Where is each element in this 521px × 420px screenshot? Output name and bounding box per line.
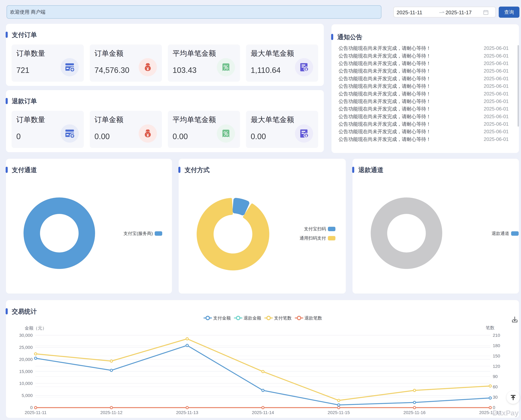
svg-text:2025-11-15: 2025-11-15 [327,410,350,415]
svg-text:金额（元）: 金额（元） [25,326,47,330]
svg-text:2025-11-12: 2025-11-12 [100,410,122,415]
svg-text:30,000: 30,000 [19,333,33,338]
svg-text:25,000: 25,000 [19,345,33,350]
svg-text:20,000: 20,000 [19,357,33,362]
svg-text:2025-11-11: 2025-11-11 [25,410,47,415]
svg-text:2025-11-14: 2025-11-14 [252,410,274,415]
svg-text:30: 30 [493,395,498,400]
svg-text:90: 90 [493,374,498,379]
svg-text:210: 210 [493,333,500,338]
svg-text:0: 0 [30,405,33,410]
svg-text:120: 120 [493,364,500,369]
svg-text:15,000: 15,000 [19,369,33,374]
svg-text:笔数: 笔数 [486,325,495,330]
svg-text:60: 60 [493,384,498,389]
svg-text:150: 150 [493,353,500,358]
svg-text:支付笔数: 支付笔数 [274,316,292,321]
svg-text:退款笔数: 退款笔数 [304,316,322,321]
svg-text:10,000: 10,000 [19,381,33,386]
svg-text:2025-11-13: 2025-11-13 [176,410,198,415]
svg-text:支付金额: 支付金额 [213,316,231,321]
svg-text:退款金额: 退款金额 [244,316,261,321]
svg-text:5,000: 5,000 [22,393,33,398]
svg-text:180: 180 [493,343,500,348]
svg-text:2025-11-16: 2025-11-16 [403,410,426,415]
